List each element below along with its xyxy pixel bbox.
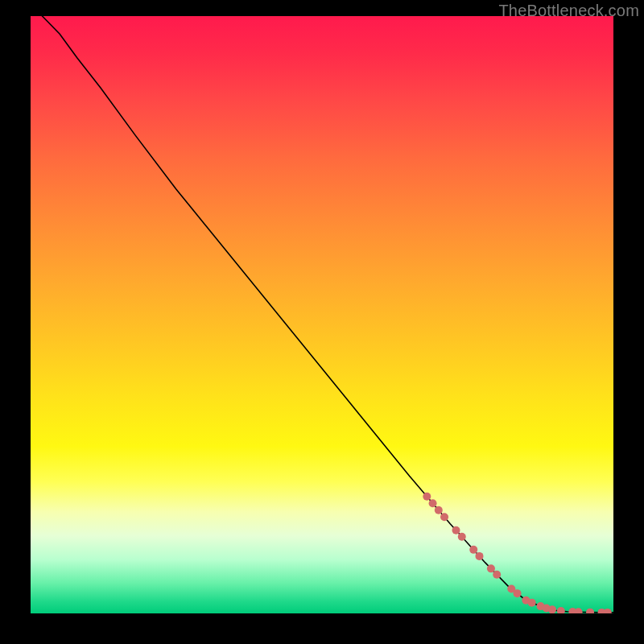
data-marker	[528, 599, 536, 607]
marker-group	[423, 493, 611, 613]
curve-line	[31, 16, 613, 613]
data-marker	[452, 526, 460, 535]
chart-frame: TheBottleneck.com	[0, 0, 644, 644]
data-marker	[604, 609, 612, 613]
chart-svg	[31, 16, 613, 613]
data-marker	[429, 499, 437, 507]
data-marker	[586, 609, 594, 613]
data-marker	[575, 608, 583, 613]
data-marker	[514, 589, 522, 597]
data-marker	[469, 546, 477, 554]
data-marker	[548, 605, 556, 613]
data-marker	[493, 571, 501, 579]
data-marker	[475, 552, 483, 560]
data-marker	[435, 506, 443, 514]
data-marker	[440, 513, 448, 521]
plot-area	[31, 16, 613, 613]
data-marker	[557, 607, 565, 613]
data-marker	[423, 493, 431, 501]
data-marker	[487, 564, 495, 572]
data-marker	[458, 533, 466, 541]
